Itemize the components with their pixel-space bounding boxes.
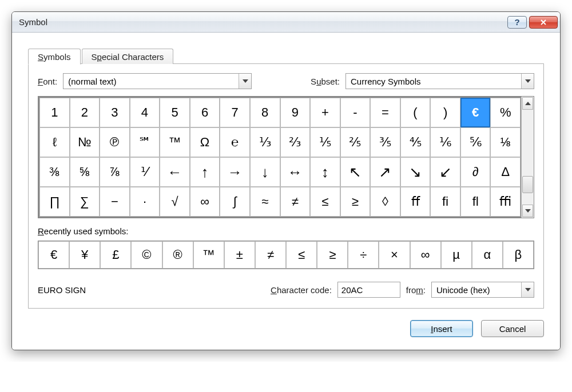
- symbol-cell[interactable]: 8: [250, 98, 280, 127]
- scroll-up-button[interactable]: [522, 97, 533, 110]
- symbol-cell[interactable]: 7: [220, 98, 250, 127]
- symbol-cell[interactable]: ↓: [250, 157, 280, 187]
- recent-symbol-cell[interactable]: µ: [441, 241, 472, 269]
- symbol-cell[interactable]: ⅔: [280, 127, 311, 157]
- recent-symbol-cell[interactable]: β: [503, 241, 534, 269]
- symbol-cell[interactable]: ℮: [220, 127, 250, 157]
- symbol-cell[interactable]: №: [70, 127, 100, 157]
- symbol-cell[interactable]: ↖: [340, 157, 371, 187]
- symbol-cell[interactable]: ↘: [400, 157, 431, 187]
- symbol-cell[interactable]: -: [340, 98, 371, 127]
- symbol-cell[interactable]: ⅟: [130, 157, 160, 187]
- cancel-button[interactable]: Cancel: [481, 320, 544, 337]
- symbol-cell[interactable]: ⅓: [250, 127, 280, 157]
- subset-combo[interactable]: Currency Symbols: [345, 73, 534, 89]
- character-code-input[interactable]: 20AC: [337, 282, 400, 298]
- symbol-cell[interactable]: ℠: [130, 127, 160, 157]
- recent-symbol-cell[interactable]: ©: [131, 241, 162, 269]
- recent-symbol-cell[interactable]: ≠: [255, 241, 286, 269]
- symbol-cell[interactable]: ↑: [190, 157, 220, 187]
- symbol-cell[interactable]: ↙: [430, 157, 460, 187]
- recent-symbol-cell[interactable]: ®: [162, 241, 193, 269]
- recent-symbol-cell[interactable]: ™: [193, 241, 224, 269]
- symbol-cell[interactable]: ≤: [310, 187, 340, 217]
- symbol-cell[interactable]: ∂: [460, 157, 491, 187]
- close-button[interactable]: [529, 16, 558, 29]
- scroll-thumb[interactable]: [522, 176, 533, 193]
- subset-label: Subset:: [311, 77, 340, 86]
- scroll-track[interactable]: [522, 110, 534, 204]
- symbol-cell[interactable]: ∏: [39, 187, 70, 217]
- symbol-cell[interactable]: ): [430, 98, 460, 127]
- symbol-grid[interactable]: 123456789+-=()€%ℓ№℗℠™Ω℮⅓⅔⅕⅖⅗⅘⅙⅚⅛⅜⅝⅞⅟←↑→↓…: [38, 97, 521, 218]
- symbol-cell[interactable]: ∑: [70, 187, 100, 217]
- tab-special-characters[interactable]: Special Characters: [82, 49, 174, 64]
- help-button[interactable]: ?: [507, 16, 527, 29]
- symbol-cell[interactable]: 9: [280, 98, 311, 127]
- scroll-down-button[interactable]: [522, 205, 533, 217]
- symbol-cell[interactable]: ﬂ: [460, 187, 491, 217]
- symbol-cell[interactable]: →: [220, 157, 250, 187]
- symbol-cell[interactable]: ∆: [490, 157, 521, 187]
- symbol-cell[interactable]: 6: [190, 98, 220, 127]
- symbol-cell[interactable]: ⅙: [430, 127, 460, 157]
- symbol-cell[interactable]: ◊: [370, 187, 400, 217]
- symbol-cell[interactable]: ≥: [340, 187, 371, 217]
- symbol-cell[interactable]: (: [400, 98, 431, 127]
- grid-scrollbar[interactable]: [521, 97, 534, 218]
- symbol-cell[interactable]: ⅝: [70, 157, 100, 187]
- recent-symbol-cell[interactable]: α: [472, 241, 503, 269]
- symbol-cell[interactable]: 1: [39, 98, 70, 127]
- tab-symbols[interactable]: Symbols: [28, 49, 81, 65]
- subset-combo-value: Currency Symbols: [351, 77, 521, 86]
- symbol-cell[interactable]: 5: [160, 98, 190, 127]
- recent-symbol-cell[interactable]: ÷: [348, 241, 379, 269]
- recent-symbol-cell[interactable]: ≥: [317, 241, 348, 269]
- symbol-cell[interactable]: ﬁ: [430, 187, 460, 217]
- symbol-cell[interactable]: ⅚: [460, 127, 491, 157]
- symbol-cell[interactable]: ⅞: [100, 157, 130, 187]
- symbol-cell[interactable]: =: [370, 98, 400, 127]
- titlebar[interactable]: Symbol ?: [12, 12, 560, 33]
- recent-symbol-cell[interactable]: ∞: [410, 241, 441, 269]
- symbol-cell[interactable]: ∙: [130, 187, 160, 217]
- recent-symbol-cell[interactable]: ¥: [69, 241, 100, 269]
- symbol-cell[interactable]: 2: [70, 98, 100, 127]
- symbol-cell[interactable]: Ω: [190, 127, 220, 157]
- symbol-cell[interactable]: ℓ: [39, 127, 70, 157]
- symbol-cell[interactable]: ↔: [280, 157, 311, 187]
- symbol-cell[interactable]: √: [160, 187, 190, 217]
- symbol-cell[interactable]: ↕: [310, 157, 340, 187]
- symbol-cell[interactable]: ⅖: [340, 127, 371, 157]
- symbol-cell[interactable]: ﬃ: [490, 187, 521, 217]
- recent-symbol-cell[interactable]: ±: [224, 241, 255, 269]
- font-combo[interactable]: (normal text): [63, 73, 252, 89]
- recent-symbol-cell[interactable]: ≤: [286, 241, 317, 269]
- symbol-cell[interactable]: ↗: [370, 157, 400, 187]
- symbol-cell[interactable]: 4: [130, 98, 160, 127]
- insert-button[interactable]: Insert: [410, 320, 473, 337]
- symbol-cell[interactable]: +: [310, 98, 340, 127]
- symbol-cell[interactable]: ⅗: [370, 127, 400, 157]
- symbol-cell[interactable]: ←: [160, 157, 190, 187]
- symbol-cell[interactable]: ∫: [220, 187, 250, 217]
- recent-symbol-cell[interactable]: €: [38, 241, 69, 269]
- recent-symbols-grid[interactable]: €¥£©®™±≠≤≥÷×∞µαβ: [38, 241, 534, 269]
- symbol-cell[interactable]: ⅛: [490, 127, 521, 157]
- symbol-cell[interactable]: ™: [160, 127, 190, 157]
- symbol-cell[interactable]: ⅜: [39, 157, 70, 187]
- from-combo[interactable]: Unicode (hex): [431, 282, 534, 298]
- symbol-cell[interactable]: ∞: [190, 187, 220, 217]
- symbol-cell[interactable]: ℗: [100, 127, 130, 157]
- symbol-cell[interactable]: ⅘: [400, 127, 431, 157]
- symbol-cell[interactable]: %: [490, 98, 521, 127]
- recent-symbol-cell[interactable]: ×: [379, 241, 410, 269]
- symbol-cell[interactable]: ⅕: [310, 127, 340, 157]
- recent-symbol-cell[interactable]: £: [100, 241, 131, 269]
- symbol-cell[interactable]: ≈: [250, 187, 280, 217]
- symbol-cell[interactable]: ≠: [280, 187, 311, 217]
- symbol-cell[interactable]: −: [100, 187, 130, 217]
- symbol-cell[interactable]: €: [460, 98, 491, 127]
- symbol-cell[interactable]: ﬀ: [400, 187, 431, 217]
- symbol-cell[interactable]: 3: [100, 98, 130, 127]
